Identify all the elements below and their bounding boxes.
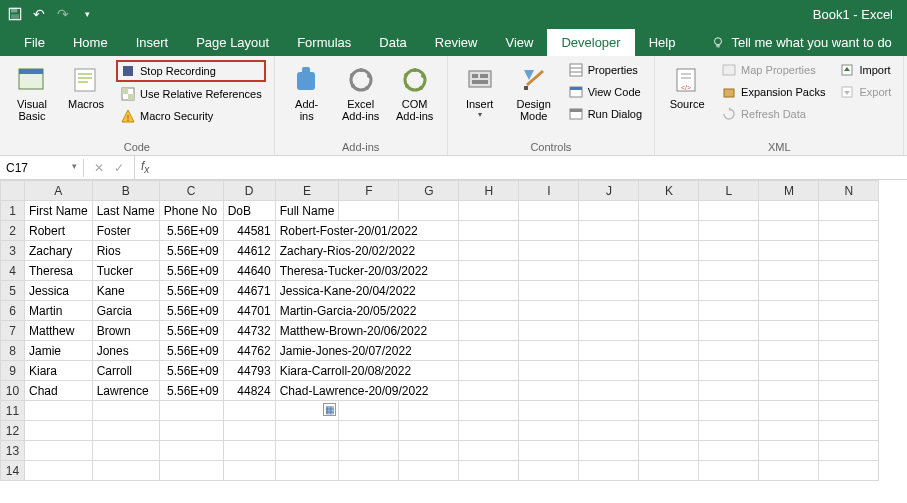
cell-H7[interactable]: [459, 321, 519, 341]
cell-H8[interactable]: [459, 341, 519, 361]
row-header-1[interactable]: 1: [1, 201, 25, 221]
cell-C14[interactable]: [159, 461, 223, 481]
cell-J6[interactable]: [579, 301, 639, 321]
addins-button[interactable]: Add-ins: [283, 60, 331, 122]
cell-J11[interactable]: [579, 401, 639, 421]
cell-A2[interactable]: Robert: [25, 221, 93, 241]
cell-N8[interactable]: [819, 341, 879, 361]
cell-E13[interactable]: [275, 441, 339, 461]
cell-D5[interactable]: 44671: [223, 281, 275, 301]
cell-K10[interactable]: [639, 381, 699, 401]
tab-view[interactable]: View: [491, 29, 547, 56]
cell-J7[interactable]: [579, 321, 639, 341]
cell-L9[interactable]: [699, 361, 759, 381]
row-header-12[interactable]: 12: [1, 421, 25, 441]
cell-C8[interactable]: 5.56E+09: [159, 341, 223, 361]
chevron-down-icon[interactable]: ▾: [72, 161, 77, 171]
col-header-E[interactable]: E: [275, 181, 339, 201]
formula-input[interactable]: [155, 159, 907, 177]
cell-I8[interactable]: [519, 341, 579, 361]
cell-M1[interactable]: [759, 201, 819, 221]
cell-D2[interactable]: 44581: [223, 221, 275, 241]
cell-D6[interactable]: 44701: [223, 301, 275, 321]
cell-I13[interactable]: [519, 441, 579, 461]
tab-formulas[interactable]: Formulas: [283, 29, 365, 56]
cell-K4[interactable]: [639, 261, 699, 281]
cell-N3[interactable]: [819, 241, 879, 261]
cell-K1[interactable]: [639, 201, 699, 221]
cell-M13[interactable]: [759, 441, 819, 461]
cell-I11[interactable]: [519, 401, 579, 421]
cell-D14[interactable]: [223, 461, 275, 481]
col-header-G[interactable]: G: [399, 181, 459, 201]
row-header-8[interactable]: 8: [1, 341, 25, 361]
cell-E2[interactable]: Robert-Foster-20/01/2022: [275, 221, 459, 241]
cell-I5[interactable]: [519, 281, 579, 301]
design-mode-button[interactable]: DesignMode: [510, 60, 558, 122]
col-header-C[interactable]: C: [159, 181, 223, 201]
cell-K11[interactable]: [639, 401, 699, 421]
cell-J5[interactable]: [579, 281, 639, 301]
cell-I14[interactable]: [519, 461, 579, 481]
visual-basic-button[interactable]: VisualBasic: [8, 60, 56, 122]
cell-J3[interactable]: [579, 241, 639, 261]
cell-C6[interactable]: 5.56E+09: [159, 301, 223, 321]
cell-D11[interactable]: [223, 401, 275, 421]
cell-D13[interactable]: [223, 441, 275, 461]
cell-H4[interactable]: [459, 261, 519, 281]
cell-C11[interactable]: [159, 401, 223, 421]
cell-B4[interactable]: Tucker: [92, 261, 159, 281]
cell-J13[interactable]: [579, 441, 639, 461]
cell-N1[interactable]: [819, 201, 879, 221]
cell-J14[interactable]: [579, 461, 639, 481]
cell-E4[interactable]: Theresa-Tucker-20/03/2022: [275, 261, 459, 281]
cell-H1[interactable]: [459, 201, 519, 221]
tab-file[interactable]: File: [10, 29, 59, 56]
cell-E3[interactable]: Zachary-Rios-20/02/2022: [275, 241, 459, 261]
cell-J9[interactable]: [579, 361, 639, 381]
cell-C4[interactable]: 5.56E+09: [159, 261, 223, 281]
cell-L2[interactable]: [699, 221, 759, 241]
col-header-K[interactable]: K: [639, 181, 699, 201]
tab-home[interactable]: Home: [59, 29, 122, 56]
cell-B6[interactable]: Garcia: [92, 301, 159, 321]
tab-developer[interactable]: Developer: [547, 29, 634, 56]
cell-C12[interactable]: [159, 421, 223, 441]
cell-L3[interactable]: [699, 241, 759, 261]
cell-H14[interactable]: [459, 461, 519, 481]
cell-N5[interactable]: [819, 281, 879, 301]
use-relative-references-button[interactable]: Use Relative References: [116, 84, 266, 104]
cell-M2[interactable]: [759, 221, 819, 241]
refresh-data-button[interactable]: Refresh Data: [717, 104, 829, 124]
cell-I12[interactable]: [519, 421, 579, 441]
run-dialog-button[interactable]: Run Dialog: [564, 104, 646, 124]
cell-M3[interactable]: [759, 241, 819, 261]
enter-formula-icon[interactable]: ✓: [114, 161, 124, 175]
cell-B11[interactable]: [92, 401, 159, 421]
cell-I2[interactable]: [519, 221, 579, 241]
cell-J10[interactable]: [579, 381, 639, 401]
cell-B10[interactable]: Lawrence: [92, 381, 159, 401]
cell-L10[interactable]: [699, 381, 759, 401]
row-header-11[interactable]: 11: [1, 401, 25, 421]
cell-C7[interactable]: 5.56E+09: [159, 321, 223, 341]
cell-I1[interactable]: [519, 201, 579, 221]
cell-H2[interactable]: [459, 221, 519, 241]
cell-G14[interactable]: [399, 461, 459, 481]
cell-C9[interactable]: 5.56E+09: [159, 361, 223, 381]
expansion-packs-button[interactable]: Expansion Packs: [717, 82, 829, 102]
cell-A9[interactable]: Kiara: [25, 361, 93, 381]
tell-me-search[interactable]: Tell me what you want to do: [701, 29, 901, 56]
cell-L11[interactable]: [699, 401, 759, 421]
cell-I3[interactable]: [519, 241, 579, 261]
cell-K12[interactable]: [639, 421, 699, 441]
cell-D8[interactable]: 44762: [223, 341, 275, 361]
cell-A10[interactable]: Chad: [25, 381, 93, 401]
cell-C10[interactable]: 5.56E+09: [159, 381, 223, 401]
cell-A13[interactable]: [25, 441, 93, 461]
cell-K2[interactable]: [639, 221, 699, 241]
cell-F12[interactable]: [339, 421, 399, 441]
cell-I10[interactable]: [519, 381, 579, 401]
cell-M10[interactable]: [759, 381, 819, 401]
col-header-N[interactable]: N: [819, 181, 879, 201]
